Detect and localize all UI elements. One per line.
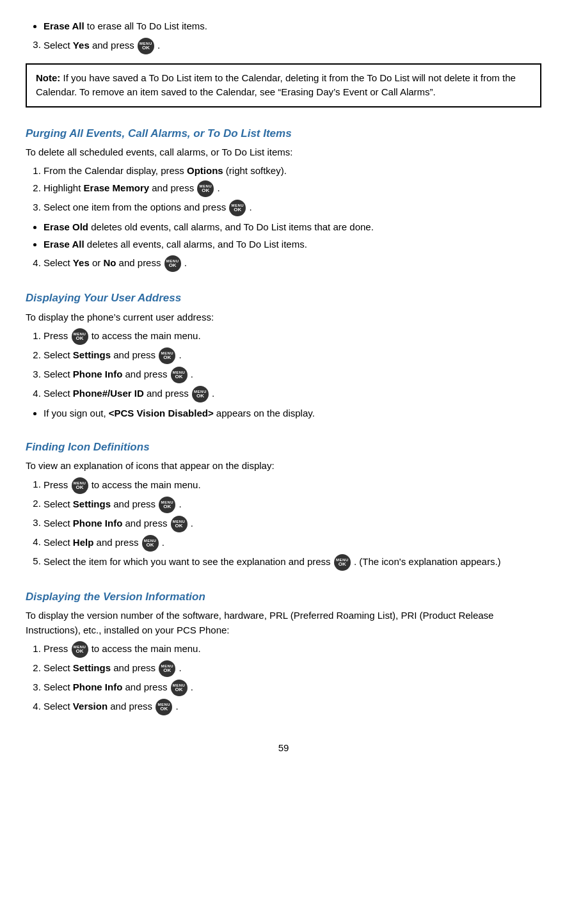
section-address-intro: To display the phone’s current user addr…: [26, 310, 541, 325]
purge-bullet-old: Erase Old deletes old events, call alarm…: [44, 220, 541, 235]
purge-bullet-all: Erase All deletes all events, call alarm…: [44, 237, 541, 252]
address-step-1: Press MENUOK to access the main menu.: [44, 328, 541, 345]
menu-ok-button-icon5: MENUOK: [334, 554, 351, 571]
section-address: Displaying Your User Address To display …: [26, 290, 541, 421]
top-step-list: Select Yes and press MENUOK .: [44, 38, 541, 54]
section-purge-title: Purging All Events, Call Alarms, or To D…: [26, 125, 541, 142]
section-icons-steps: Press MENUOK to access the main menu. Se…: [44, 477, 541, 571]
menu-ok-button-top: MENUOK: [138, 38, 154, 54]
section-version-steps: Press MENUOK to access the main menu. Se…: [44, 641, 541, 715]
section-address-steps: Press MENUOK to access the main menu. Se…: [44, 328, 541, 402]
icons-step-1: Press MENUOK to access the main menu.: [44, 477, 541, 494]
menu-ok-button-addr1: MENUOK: [72, 328, 88, 345]
version-step-4: Select Version and press MENUOK .: [44, 699, 541, 715]
section-version-intro: To display the version number of the sof…: [26, 609, 541, 637]
menu-ok-button-icon3: MENUOK: [171, 516, 188, 532]
purge-step-2: Highlight Erase Memory and press MENUOK …: [44, 180, 541, 197]
menu-ok-button-addr3: MENUOK: [171, 367, 188, 383]
top-bullets-list: Erase All to erase all To Do List items.: [44, 19, 541, 34]
section-icons-intro: To view an explanation of icons that app…: [26, 459, 541, 474]
section-purge: Purging All Events, Call Alarms, or To D…: [26, 125, 541, 273]
note-box: Note: If you have saved a To Do List ite…: [26, 63, 541, 108]
erase-all-label: Erase All to erase all To Do List items.: [44, 20, 207, 31]
menu-ok-button-icon1: MENUOK: [72, 477, 88, 494]
menu-ok-button-purge3: MENUOK: [229, 200, 246, 216]
icons-step-5: Select the item for which you want to se…: [44, 554, 541, 571]
menu-ok-button-icon2: MENUOK: [159, 497, 175, 513]
icons-step-2: Select Settings and press MENUOK .: [44, 497, 541, 513]
menu-ok-button-ver2: MENUOK: [159, 660, 175, 677]
section-purge-intro: To delete all scheduled events, call ala…: [26, 145, 541, 160]
purge-bullets: Erase Old deletes old events, call alarm…: [44, 220, 541, 251]
address-bullets: If you sign out, <PCS Vision Disabled> a…: [44, 406, 541, 421]
page-number: 59: [26, 741, 541, 756]
version-step-1: Press MENUOK to access the main menu.: [44, 641, 541, 658]
note-label: Note:: [36, 72, 60, 83]
address-step-3: Select Phone Info and press MENUOK .: [44, 367, 541, 383]
top-step-3: Select Yes and press MENUOK .: [44, 38, 541, 54]
menu-ok-button-icon4: MENUOK: [142, 535, 159, 552]
purge-step-4-list: Select Yes or No and press MENUOK .: [44, 255, 541, 272]
version-step-3: Select Phone Info and press MENUOK .: [44, 680, 541, 696]
section-version: Displaying the Version Information To di…: [26, 589, 541, 716]
purge-step-1: From the Calendar display, press Options…: [44, 164, 541, 179]
menu-ok-button-ver3: MENUOK: [171, 680, 188, 696]
menu-ok-button-purge4: MENUOK: [164, 255, 181, 272]
menu-ok-button-ver4: MENUOK: [156, 699, 172, 715]
purge-step-3: Select one item from the options and pre…: [44, 200, 541, 216]
icons-step-3: Select Phone Info and press MENUOK .: [44, 516, 541, 532]
section-purge-steps: From the Calendar display, press Options…: [44, 164, 541, 217]
section-address-title: Displaying Your User Address: [26, 290, 541, 307]
address-step-2: Select Settings and press MENUOK .: [44, 347, 541, 364]
address-bullet-pcs: If you sign out, <PCS Vision Disabled> a…: [44, 406, 541, 421]
address-step-4: Select Phone#/User ID and press MENUOK .: [44, 386, 541, 402]
menu-ok-button-ver1: MENUOK: [72, 641, 88, 658]
icons-step-4: Select Help and press MENUOK .: [44, 535, 541, 552]
menu-ok-button-purge2: MENUOK: [197, 180, 214, 197]
section-icons: Finding Icon Definitions To view an expl…: [26, 439, 541, 571]
menu-ok-button-addr2: MENUOK: [159, 347, 175, 364]
note-text: If you have saved a To Do List item to t…: [36, 72, 516, 98]
purge-step-4: Select Yes or No and press MENUOK .: [44, 255, 541, 272]
section-version-title: Displaying the Version Information: [26, 589, 541, 605]
version-step-2: Select Settings and press MENUOK .: [44, 660, 541, 677]
top-bullet-erase-all: Erase All to erase all To Do List items.: [44, 19, 541, 34]
section-icons-title: Finding Icon Definitions: [26, 439, 541, 456]
menu-ok-button-addr4: MENUOK: [192, 386, 209, 402]
